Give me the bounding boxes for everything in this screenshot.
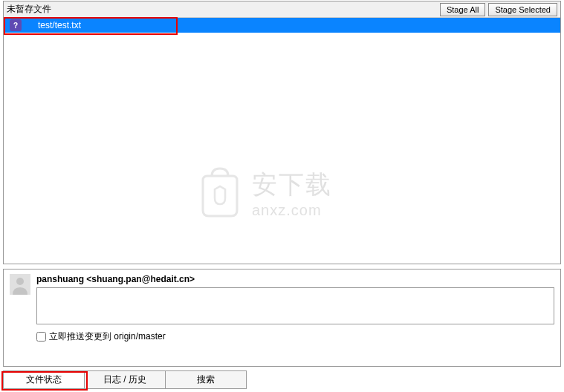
push-immediately-row: 立即推送变更到 origin/master	[36, 330, 554, 343]
bottom-tabs: 文件状态 日志 / 历史 搜索	[3, 370, 246, 389]
unknown-status-icon: ?	[10, 19, 22, 31]
avatar	[10, 274, 30, 295]
svg-point-1	[16, 278, 24, 285]
unstaged-file-list[interactable]: ? test/test.txt	[4, 18, 560, 264]
stage-all-button[interactable]: Stage All	[440, 3, 485, 16]
unstaged-files-panel: 未暂存文件 Stage All Stage Selected ? test/te…	[3, 1, 561, 264]
tab-search[interactable]: 搜索	[165, 370, 247, 389]
file-row[interactable]: ? test/test.txt	[4, 18, 560, 33]
tab-file-status[interactable]: 文件状态	[3, 370, 85, 389]
commit-message-input[interactable]	[36, 287, 554, 324]
file-path: test/test.txt	[25, 20, 81, 30]
tab-log-history[interactable]: 日志 / 历史	[84, 370, 166, 389]
commit-author: panshuang <shuang.pan@hedait.cn>	[36, 274, 554, 284]
stage-selected-button[interactable]: Stage Selected	[488, 3, 557, 16]
push-immediately-label: 立即推送变更到 origin/master	[49, 330, 166, 343]
unstaged-panel-header: 未暂存文件 Stage All Stage Selected	[4, 1, 560, 18]
push-immediately-checkbox[interactable]	[36, 332, 46, 342]
commit-panel: panshuang <shuang.pan@hedait.cn> 立即推送变更到…	[3, 269, 561, 367]
commit-header: panshuang <shuang.pan@hedait.cn>	[10, 274, 554, 324]
unstaged-panel-title: 未暂存文件	[7, 3, 437, 16]
